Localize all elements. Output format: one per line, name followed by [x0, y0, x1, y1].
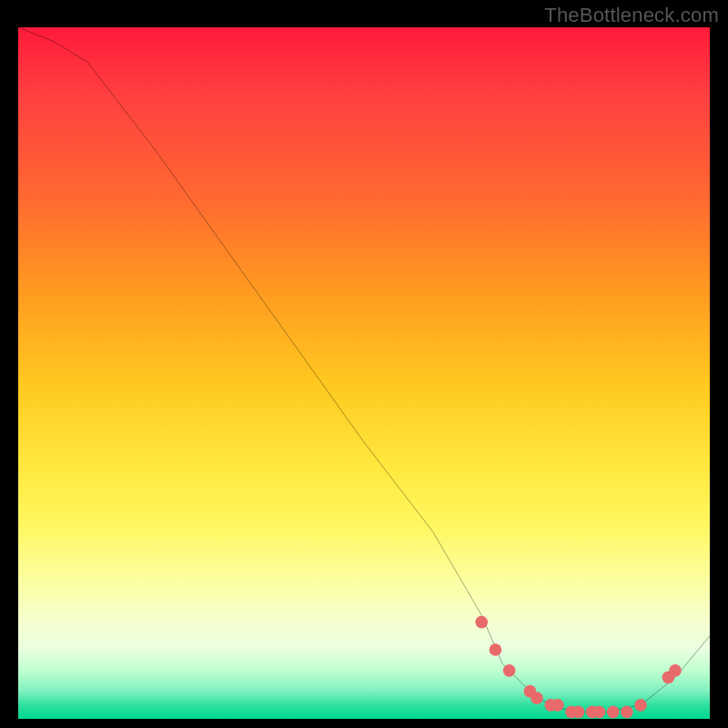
marker-point: [593, 706, 606, 719]
marker-point: [490, 643, 502, 656]
curve-svg: [18, 27, 710, 719]
bottleneck-curve: [18, 27, 710, 712]
marker-point: [621, 706, 633, 719]
marker-point: [572, 706, 585, 719]
marker-point: [475, 616, 488, 629]
watermark-text: TheBottleneck.com: [544, 4, 719, 27]
chart-frame: TheBottleneck.com: [0, 0, 728, 728]
marker-group: [475, 616, 681, 718]
plot-area: [18, 27, 710, 719]
marker-point: [503, 664, 516, 677]
marker-point: [531, 692, 543, 704]
marker-point: [607, 706, 620, 719]
marker-point: [634, 699, 647, 712]
marker-point: [551, 699, 564, 712]
marker-point: [669, 664, 682, 677]
